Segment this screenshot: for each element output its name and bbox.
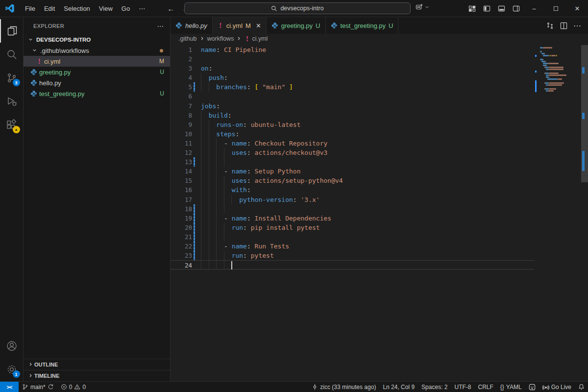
close-window-button[interactable]: ✕ xyxy=(566,0,588,17)
indent-guide xyxy=(209,176,209,185)
explorer-more-actions-icon[interactable]: ⋯ xyxy=(157,22,164,30)
tab-test-greeting-py[interactable]: test_greeting.pyU xyxy=(326,17,399,34)
indent-guide xyxy=(216,185,217,195)
line-number: 15 xyxy=(171,176,192,185)
panel-outline[interactable]: OUTLINE xyxy=(24,359,170,370)
tree-item-test-greeting-py[interactable]: test_greeting.pyU xyxy=(24,88,170,99)
code-line[interactable]: 11 - name: Checkout Repository xyxy=(171,139,581,148)
code-line[interactable]: 3on: xyxy=(171,64,581,73)
git-branch-status[interactable]: main* xyxy=(19,382,57,392)
code-line[interactable]: 10 steps: xyxy=(171,129,581,139)
activity-search[interactable] xyxy=(0,43,24,66)
code-line[interactable]: 9 runs-on: ubuntu-latest xyxy=(171,120,581,129)
menu-item-file[interactable]: File xyxy=(21,3,40,14)
code-line[interactable]: 17 python-version: '3.x' xyxy=(171,195,581,204)
status-github[interactable] xyxy=(525,382,539,392)
editor-scrollbar[interactable] xyxy=(581,44,588,381)
code-line[interactable]: 19 - name: Install Dependencies xyxy=(171,214,581,223)
breadcrumb-item[interactable]: ci.yml xyxy=(252,35,268,42)
code-line[interactable]: 24 xyxy=(171,260,534,270)
tab-ci-yml[interactable]: !ci.ymlM✕ xyxy=(213,17,267,34)
menu-item-more[interactable]: ⋯ xyxy=(134,3,149,14)
toggle-secondary-sidebar-icon[interactable] xyxy=(509,2,523,16)
editor-more-actions-icon[interactable]: ⋯ xyxy=(571,20,583,31)
code-line[interactable]: 21 xyxy=(171,232,581,242)
code-line[interactable]: 8 build: xyxy=(171,111,581,120)
status-encoding[interactable]: UTF-8 xyxy=(451,382,474,392)
project-root-row[interactable]: DEVSECOPS-INTRO xyxy=(24,34,170,45)
indent-guide xyxy=(216,176,217,185)
menu-item-go[interactable]: Go xyxy=(117,3,134,14)
activity-source-control[interactable]: 3 xyxy=(0,66,24,90)
code-line[interactable]: 23 run: pytest xyxy=(171,251,581,260)
status-label: zicc (33 minutes ago) xyxy=(320,384,376,391)
tree-item-greeting-py[interactable]: greeting.pyU xyxy=(24,67,170,77)
sync-icon xyxy=(48,384,54,390)
status-cursor-position[interactable]: Ln 24, Col 9 xyxy=(379,382,418,392)
indent-guide xyxy=(201,195,201,204)
status-git-commit-info[interactable]: zicc (33 minutes ago) xyxy=(308,382,379,392)
status-language-mode[interactable]: {}YAML xyxy=(497,382,525,392)
activity-extensions[interactable]: ▲ xyxy=(0,113,24,137)
minimap[interactable] xyxy=(536,47,581,370)
indent-guide xyxy=(209,261,209,269)
activity-run-debug[interactable] xyxy=(0,90,24,113)
code-line[interactable]: 12 uses: actions/checkout@v3 xyxy=(171,148,581,157)
maximize-button[interactable] xyxy=(545,0,566,17)
activity-explorer[interactable] xyxy=(0,19,24,43)
code-line[interactable]: 16 with: xyxy=(171,185,581,195)
code-line[interactable]: 22 - name: Run Tests xyxy=(171,242,581,251)
breadcrumb-separator-icon xyxy=(236,36,242,42)
code-editor[interactable]: 1name: CI Pipeline23on:4 push:5 branches… xyxy=(171,44,588,381)
breadcrumb-item[interactable]: .github xyxy=(178,35,197,42)
menu-item-view[interactable]: View xyxy=(95,3,117,14)
status-go-live[interactable]: Go Live xyxy=(539,382,575,392)
activity-settings[interactable]: 1 xyxy=(0,358,24,381)
code-line[interactable]: 7jobs: xyxy=(171,101,581,111)
tab-hello-py[interactable]: hello.py xyxy=(171,17,213,34)
command-center-search[interactable]: devsecops-intro xyxy=(184,2,411,14)
back-arrow-button[interactable]: ← xyxy=(167,4,174,13)
breadcrumb-item[interactable]: workflows xyxy=(207,35,234,42)
code-text: runs-on: ubuntu-latest xyxy=(201,121,301,128)
status-notifications[interactable] xyxy=(575,382,588,392)
modified-gutter-indicator xyxy=(194,223,195,232)
activity-account[interactable] xyxy=(0,334,24,358)
code-line[interactable]: 18 xyxy=(171,204,581,214)
code-line[interactable]: 2 xyxy=(171,54,581,64)
explorer-sidebar: EXPLORER ⋯ DEVSECOPS-INTRO .github\workf… xyxy=(24,17,171,381)
status-indentation[interactable]: Spaces: 2 xyxy=(418,382,451,392)
indent-guide xyxy=(201,129,201,139)
code-line[interactable]: 4 push: xyxy=(171,73,581,82)
code-line[interactable]: 14 - name: Setup Python xyxy=(171,167,581,176)
code-line[interactable]: 1name: CI Pipeline xyxy=(171,45,581,54)
chevron-down-icon xyxy=(424,4,430,10)
line-number: 18 xyxy=(171,204,192,214)
code-line[interactable]: 15 uses: actions/setup-python@v4 xyxy=(171,176,581,185)
minimize-button[interactable]: – xyxy=(523,0,545,17)
problems-status[interactable]: 0 0 xyxy=(57,382,89,392)
remote-indicator[interactable]: >< xyxy=(0,382,19,392)
tree-item-hello-py[interactable]: hello.py xyxy=(24,77,170,88)
customize-layout-icon[interactable] xyxy=(465,2,479,16)
tree-item--github-workflows[interactable]: .github\workflows xyxy=(24,45,170,56)
close-tab-icon[interactable]: ✕ xyxy=(256,22,261,29)
tree-item-ci-yml[interactable]: !ci.ymlM xyxy=(24,56,170,67)
code-line[interactable]: 5 branches: [ "main" ] xyxy=(171,82,581,92)
indent-guide xyxy=(201,261,201,269)
menu-item-edit[interactable]: Edit xyxy=(40,3,59,14)
copilot-menu[interactable] xyxy=(416,3,430,11)
code-line[interactable]: 20 run: pip install pytest xyxy=(171,223,581,232)
menu-item-selection[interactable]: Selection xyxy=(59,3,94,14)
status-eol[interactable]: CRLF xyxy=(474,382,496,392)
code-line[interactable]: 6 xyxy=(171,92,581,101)
warning-count: 0 xyxy=(82,384,86,391)
open-changes-icon[interactable] xyxy=(544,20,556,31)
code-line[interactable]: 13 xyxy=(171,157,581,167)
tab-greeting-py[interactable]: greeting.pyU xyxy=(267,17,326,34)
toggle-primary-sidebar-icon[interactable] xyxy=(479,2,494,16)
panel-timeline[interactable]: TIMELINE xyxy=(24,370,170,381)
split-editor-icon[interactable] xyxy=(558,20,569,31)
modified-gutter-indicator xyxy=(194,232,195,242)
toggle-panel-icon[interactable] xyxy=(494,2,509,16)
